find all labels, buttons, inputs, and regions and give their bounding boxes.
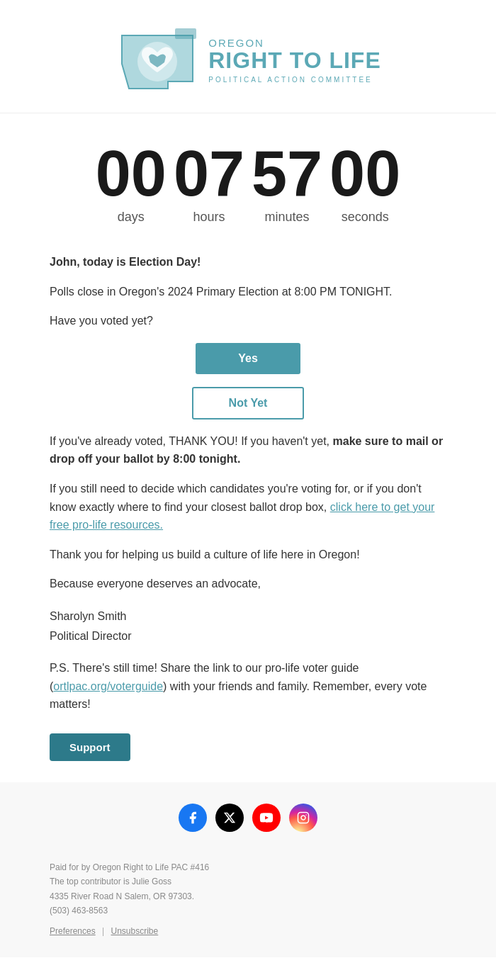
para4: If you still need to decide which candid…	[50, 480, 446, 534]
para2: Have you voted yet?	[50, 312, 446, 330]
x-twitter-icon[interactable]	[215, 804, 244, 832]
ps-text: P.S. There's still time! Share the link …	[50, 659, 446, 714]
facebook-icon[interactable]	[179, 804, 207, 832]
email-wrapper: OREGON RIGHT TO LIFE POLITICAL ACTION CO…	[0, 0, 496, 957]
countdown-row: 00 days 07 hours 57 minutes 00 seconds	[14, 142, 482, 225]
support-button[interactable]: Support	[50, 733, 130, 761]
footer-line4: (503) 463-8563	[50, 903, 446, 918]
svg-rect-5	[298, 812, 309, 823]
hours-value: 07	[174, 142, 244, 205]
para3-start: If you've already voted, THANK YOU! If y…	[50, 435, 333, 447]
footer-line1: Paid for by Oregon Right to Life PAC #41…	[50, 860, 446, 874]
footer-line3: 4335 River Road N Salem, OR 97303.	[50, 889, 446, 903]
voter-guide-link[interactable]: ortlpac.org/voterguide	[53, 680, 163, 692]
footer-links: Preferences | Unsubscribe	[50, 926, 446, 936]
footer-line2: The top contributor is Julie Goss	[50, 874, 446, 889]
para1: Polls close in Oregon's 2024 Primary Ele…	[50, 283, 446, 301]
unsubscribe-link[interactable]: Unsubscribe	[111, 926, 159, 936]
countdown-seconds: 00 seconds	[329, 142, 400, 225]
minutes-value: 57	[252, 142, 322, 205]
countdown-minutes: 57 minutes	[252, 142, 322, 225]
sig-name: Sharolyn Smith	[50, 607, 446, 626]
countdown-hours: 07 hours	[174, 142, 244, 225]
social-icons-row	[14, 804, 482, 832]
logo-graphic	[115, 21, 200, 99]
preferences-link[interactable]: Preferences	[50, 926, 96, 936]
seconds-value: 00	[329, 142, 400, 205]
body-content: John, today is Election Day! Polls close…	[0, 239, 496, 782]
footer-separator: |	[102, 926, 104, 936]
header: OREGON RIGHT TO LIFE POLITICAL ACTION CO…	[0, 0, 496, 113]
logo-container: OREGON RIGHT TO LIFE POLITICAL ACTION CO…	[115, 21, 381, 99]
hours-label: hours	[193, 210, 225, 225]
instagram-icon[interactable]	[289, 804, 317, 832]
para6: Because everyone deserves an advocate,	[50, 575, 446, 593]
not-yet-button[interactable]: Not Yet	[192, 387, 305, 419]
not-yet-button-row: Not Yet	[50, 387, 446, 419]
greeting-text: John, today is Election Day!	[50, 253, 446, 271]
yes-button[interactable]: Yes	[196, 343, 300, 374]
minutes-label: minutes	[265, 210, 310, 225]
svg-rect-3	[175, 28, 196, 39]
countdown-days: 00 days	[96, 142, 167, 225]
logo-pac: POLITICAL ACTION COMMITTEE	[208, 76, 381, 84]
days-label: days	[118, 210, 145, 225]
days-value: 00	[96, 142, 167, 205]
footer: Paid for by Oregon Right to Life PAC #41…	[0, 846, 496, 958]
sig-title: Political Director	[50, 627, 446, 646]
social-section	[0, 782, 496, 846]
youtube-icon[interactable]	[252, 804, 281, 832]
logo-right-to-life: RIGHT TO LIFE	[208, 49, 381, 72]
signature: Sharolyn Smith Political Director	[50, 607, 446, 645]
para5: Thank you for helping us build a culture…	[50, 546, 446, 564]
para3: If you've already voted, THANK YOU! If y…	[50, 432, 446, 468]
yes-button-row: Yes	[50, 343, 446, 374]
ps-section: P.S. There's still time! Share the link …	[50, 659, 446, 714]
countdown-section: 00 days 07 hours 57 minutes 00 seconds	[0, 113, 496, 239]
seconds-label: seconds	[342, 210, 389, 225]
support-button-row: Support	[50, 725, 446, 761]
logo-text: OREGON RIGHT TO LIFE POLITICAL ACTION CO…	[208, 37, 381, 84]
